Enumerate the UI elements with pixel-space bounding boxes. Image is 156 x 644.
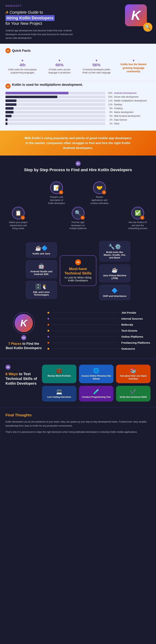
step-section: 03 Step by Step Process to Find and Hire… — [0, 156, 156, 237]
way-card-github: 🌐 Assess Online Presence like Github — [79, 364, 113, 383]
step-icon-4: 🤝 — [96, 185, 103, 191]
bar-row-4: 11% Desktop — [6, 103, 150, 106]
step-label-1: Define your project requirements and hir… — [7, 221, 29, 230]
places-left: K 05 7 Places to Find the Best Kotlin De… — [6, 314, 42, 350]
step-circle-3: 🔍 3 — [72, 207, 84, 220]
chart-section: 02 Kotlin is used for multiplatform deve… — [0, 81, 156, 130]
skill-name-kotlin-java: Kotlin and Java — [29, 252, 54, 255]
header-section: MOBISOFT A Complete Guide to Hiring Kotl… — [0, 0, 156, 44]
fact-text-1: Kotlin ranks the most popular programmin… — [8, 68, 37, 74]
quick-facts-section: 01 Quick Facts 4th Kotlin ranks the most… — [0, 44, 156, 81]
skill-card-oop: 🔷 OOP and Inheritance — [99, 285, 130, 300]
bar-fill-2 — [6, 96, 57, 98]
ways-layout: 06 6 Ways to Test Technical Skills of Ko… — [6, 364, 150, 402]
way-card-portfolio: 💼 Review Work Portfolio — [42, 364, 76, 383]
final-title: Final Thoughts — [6, 413, 150, 417]
ways-left: 06 6 Ways to Test Technical Skills of Ko… — [6, 364, 38, 402]
step-num-1: 1 — [21, 216, 25, 220]
bar-pct-9: 2% — [107, 122, 113, 125]
skills-layout: ☕🔷 Kotlin and Java 🤖 Android Studio and … — [6, 241, 150, 300]
bar-row-6: 8% Native development — [6, 111, 150, 114]
skill-card-jvm: ☕ Java Virtual Machine (JVM) — [99, 264, 130, 282]
step-circle-5: ✅ 5 — [131, 207, 144, 220]
bar-label-5: Scripting — [114, 107, 150, 110]
place-line-1 — [51, 312, 119, 313]
place-name-4: Tech Events — [121, 329, 150, 332]
section4-badge-num: 04 — [75, 259, 81, 265]
fact-item-4: Kotlin has the fastest growing language … — [116, 58, 150, 76]
place-dot-2 — [47, 318, 49, 320]
orange-banner: With Kotlin's rising popularity and plen… — [0, 130, 156, 156]
skill-card-android-studio: 🤖 Android Studio and Android SDK — [26, 260, 57, 278]
way-name-programming-test: Conduct Programming Test — [81, 396, 111, 399]
bar-fill-3 — [6, 100, 17, 102]
place-line-5 — [51, 336, 119, 337]
place-dot-6 — [47, 342, 49, 344]
place-dot-1 — [47, 312, 49, 314]
bar-track-9 — [6, 122, 105, 125]
android-studio-icon: 🤖 — [29, 263, 54, 269]
place-name-2: Internal Sources — [121, 317, 150, 320]
brand-logo: MOBISOFT — [6, 4, 78, 7]
steps-top-row: 📝 2 Prepare a job description of Kotlin … — [7, 182, 149, 205]
places-logo-ring — [13, 312, 35, 334]
bar-track-2 — [6, 96, 105, 98]
bar-pct-5: 8% — [107, 107, 113, 110]
fact-text-3: of Android developers prefer Kotlin as t… — [82, 68, 111, 74]
way-name-stackoverflow: Ask about their use Stack Overflow — [118, 375, 148, 380]
header-description: Android app development has become Kotli… — [6, 29, 78, 40]
step-num-3: 3 — [81, 216, 85, 220]
section4-title-rest: to Look for When Hiring Kotlin Developer… — [64, 276, 92, 282]
bar-row-9: 2% Other — [6, 122, 150, 125]
section1-badge-text: Quick Facts — [12, 49, 31, 53]
way-name-github: Assess Online Presence like Github — [81, 375, 111, 380]
bar-row-5: 8% Scripting — [6, 107, 150, 110]
bar-pct-8: 2% — [107, 118, 113, 121]
skill-card-build-tools: 🔧⚙️ Build tools like Maven, Gradle, Ant,… — [99, 241, 130, 262]
step-node-3: 🔍 3 Find the right developers on multipl… — [67, 207, 89, 230]
section2-badge: 02 Kotlin is used for multiplatform deve… — [6, 83, 83, 90]
way-name-portfolio: Review Work Portfolio — [44, 375, 74, 378]
skills-left-col: ☕🔷 Kotlin and Java 🤖 Android Studio and … — [26, 242, 57, 299]
steps-wrapper: 📝 2 Prepare a job description of Kotlin … — [6, 178, 150, 234]
section6-badge-num: 06 — [6, 364, 11, 370]
facts-grid: 4th Kotlin ranks the most popular progra… — [6, 58, 150, 76]
bar-fill-9 — [6, 122, 8, 125]
place-name-3: Referrals — [121, 323, 150, 326]
spacer-mid — [66, 182, 90, 205]
place-line-7 — [51, 348, 119, 349]
spacer-left — [7, 182, 47, 205]
place-name-7: Outsource — [121, 347, 150, 350]
step-icon-2: 📝 — [53, 185, 60, 191]
step-node-5: ✅ 5 Hire the Perfect Fit and start the o… — [127, 207, 149, 230]
step-label-2: Prepare a job description of Kotlin deve… — [47, 196, 66, 205]
place-dot-7 — [47, 348, 49, 350]
skill-name-sql: SQL and Linux Technologies — [29, 291, 54, 296]
steps-bottom-row: 📋 1 Define your project requirements and… — [7, 207, 149, 230]
place-name-6: Freelancing Platforms — [121, 341, 150, 344]
bar-fill-8 — [6, 118, 8, 121]
jvm-icon: ☕ — [102, 267, 127, 273]
place-line-2 — [51, 318, 119, 319]
fact-dot-2 — [59, 60, 60, 61]
kotlin-k-letter: K — [131, 9, 141, 22]
place-item-2: Internal Sources — [47, 317, 150, 320]
stackoverflow-icon: 📚 — [118, 368, 148, 374]
skill-name-build-tools: Build tools like Maven, Gradle, Ant, and… — [102, 251, 127, 259]
title-italic-label: Complete Guide to — [10, 10, 43, 14]
step-node-4: 🤝 4 Review applications and conduct inte… — [90, 182, 109, 205]
bar-label-2: Server-side development — [114, 96, 150, 98]
places-layout: K 05 7 Places to Find the Best Kotlin De… — [6, 311, 150, 353]
bar-pct-7: 6% — [107, 115, 113, 117]
place-dot-4 — [47, 330, 49, 332]
step-node-1: 📋 1 Define your project requirements and… — [7, 207, 29, 230]
bar-pct-4: 11% — [107, 103, 113, 106]
bar-fill-4 — [6, 103, 17, 106]
bar-row-2: 52% Server-side development — [6, 96, 150, 98]
fact-item-1: 4th Kotlin ranks the most popular progra… — [6, 58, 40, 76]
bar-pct-1: 63% — [107, 92, 113, 94]
section5-title: 7 Places to Find the Best Kotlin Develop… — [6, 342, 42, 350]
build-tools-icon: 🔧⚙️ — [102, 244, 127, 250]
places-kotlin-logo: K — [15, 314, 33, 332]
skill-name-jvm: Java Virtual Machine (JVM) — [102, 274, 127, 280]
